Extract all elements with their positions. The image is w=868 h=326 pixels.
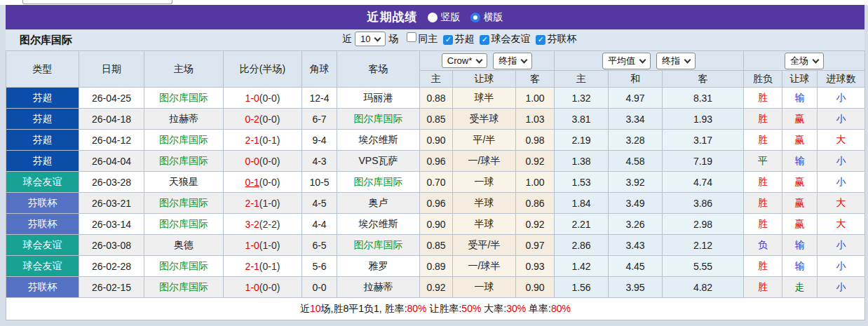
- result-handicap: 赢: [782, 193, 818, 214]
- fulltime-score-link[interactable]: 0-2: [245, 114, 259, 125]
- fulltime-score-link[interactable]: 2-1: [245, 261, 259, 272]
- type-badge-cell: 芬联杯: [6, 193, 79, 214]
- result-goals: 小: [818, 172, 865, 193]
- date-cell: 26-04-25: [79, 88, 144, 109]
- crow-away-odds: 0.92: [516, 214, 555, 235]
- avg-odds-group-header: 平均值 终指: [555, 51, 744, 71]
- type-badge-cell: 芬超: [6, 109, 79, 130]
- recent-count-select[interactable]: 10: [355, 32, 386, 46]
- summary-segment: 80%: [407, 303, 427, 314]
- away-team-cell: 埃尔维斯: [337, 214, 420, 235]
- radio-horizontal-icon[interactable]: [470, 13, 480, 22]
- checkbox-芬超[interactable]: [443, 35, 453, 45]
- crow-handicap: 半球: [453, 214, 516, 235]
- crow-away-col-header: 客: [516, 71, 555, 88]
- corners-cell: 10-5: [302, 172, 337, 193]
- avg-away-odds: 8.31: [663, 88, 744, 109]
- date-cell: 26-04-18: [79, 109, 144, 130]
- result-winloss: 胜: [744, 88, 782, 109]
- crow-away-odds: 1.00: [516, 172, 555, 193]
- checkbox-label-球会友谊[interactable]: 球会友谊: [491, 33, 530, 44]
- crow-home-odds: 0.85: [420, 109, 453, 130]
- avg-draw-col-header: 和: [609, 71, 663, 88]
- avg-odds-stage-select[interactable]: 终指: [656, 53, 696, 69]
- fulltime-score-link[interactable]: 1-0: [245, 240, 259, 251]
- avg-away-odds: 2.12: [663, 235, 744, 256]
- recent-suffix-label: 场: [388, 33, 398, 46]
- result-handicap-col-header: 让球: [782, 71, 818, 88]
- halftime-score: (0-1): [259, 135, 280, 146]
- fulltime-score-link[interactable]: 0-1: [245, 177, 259, 188]
- top-strip: [0, 0, 868, 5]
- checkbox-同主[interactable]: [407, 32, 416, 42]
- avg-odds-select[interactable]: 平均值: [602, 53, 651, 69]
- avg-draw-odds: 4.58: [609, 151, 663, 172]
- result-winloss: 胜: [744, 214, 782, 235]
- match-row: 球会友谊26-03-08奥德1-0(1-0)6-5图尔库国际0.85受平/半0.…: [6, 235, 865, 256]
- col-header-home: 主场: [144, 51, 224, 88]
- bookmaker-select[interactable]: Crow*: [442, 53, 487, 68]
- layout-horizontal-label[interactable]: 横版: [484, 11, 503, 24]
- checkbox-label-同主[interactable]: 同主: [418, 33, 438, 44]
- crow-away-odds: 0.90: [516, 277, 555, 298]
- layout-vertical-label[interactable]: 竖版: [441, 11, 461, 24]
- fulltime-score-link[interactable]: 1-0: [245, 282, 259, 293]
- crow-odds-stage-select[interactable]: 终指: [493, 53, 532, 69]
- corners-cell: 4-4: [302, 214, 337, 235]
- fulltime-score-link[interactable]: 3-2: [245, 219, 259, 230]
- score-cell: 1-0(0-0): [224, 277, 302, 298]
- checkbox-芬联杯[interactable]: [536, 35, 545, 45]
- result-handicap: 输: [782, 235, 818, 256]
- radio-vertical-icon[interactable]: [428, 13, 438, 22]
- crow-home-odds: 0.85: [420, 235, 453, 256]
- avg-home-col-header: 主: [555, 71, 609, 88]
- avg-draw-odds: 4.97: [609, 88, 663, 109]
- fulltime-select[interactable]: 全场: [785, 53, 824, 69]
- filter-bar: 图尔库国际 近 10 场 同主芬超球会友谊芬联杯: [6, 29, 864, 50]
- layout-horizontal-option[interactable]: 横版: [470, 11, 503, 24]
- summary-segment: 场,胜8平1负1, 胜率:: [321, 303, 407, 314]
- away-team-cell: 奥卢: [337, 193, 420, 214]
- score-cell: 1-0(0-0): [224, 88, 302, 109]
- layout-vertical-option[interactable]: 竖版: [428, 11, 461, 24]
- col-header-score: 比分(半场): [224, 51, 302, 88]
- filter-controls: 近 10 场 同主芬超球会友谊芬联杯: [342, 32, 576, 46]
- home-team-cell: 图尔库国际: [144, 151, 224, 172]
- crow-away-odds: 0.92: [516, 151, 555, 172]
- fulltime-select-value: 全场: [790, 55, 808, 67]
- col-header-date: 日期: [79, 51, 144, 88]
- avg-odds-stage-value: 终指: [662, 55, 680, 67]
- fulltime-score-link[interactable]: 2-1: [245, 198, 259, 209]
- avg-draw-odds: 3.34: [609, 109, 663, 130]
- match-row: 芬超26-04-18拉赫蒂0-2(0-0)6-7图尔库国际0.85受半球1.03…: [6, 109, 865, 130]
- panel-title-bar: 近期战绩 竖版 横版: [6, 5, 864, 29]
- halftime-score: (0-0): [259, 156, 280, 167]
- result-group-header: 全场: [744, 51, 865, 71]
- checkbox-球会友谊[interactable]: [480, 35, 489, 45]
- date-cell: 26-03-08: [79, 235, 144, 256]
- avg-home-odds: 2.86: [555, 235, 609, 256]
- fulltime-score-link[interactable]: 2-1: [245, 135, 259, 146]
- summary-segment: 80%: [551, 303, 571, 314]
- checkbox-label-芬联杯[interactable]: 芬联杯: [547, 33, 576, 44]
- avg-draw-odds: 3.49: [609, 193, 663, 214]
- fulltime-score-link[interactable]: 0-0: [245, 156, 259, 167]
- result-goals: 小: [818, 151, 865, 172]
- halftime-score: (0-0): [259, 93, 280, 104]
- avg-away-odds: 4.82: [663, 277, 744, 298]
- crow-handicap: 半球: [453, 193, 516, 214]
- date-cell: 26-03-21: [79, 193, 144, 214]
- avg-draw-odds: 3.43: [609, 235, 663, 256]
- date-cell: 26-02-28: [79, 256, 144, 277]
- crow-home-odds: 0.96: [420, 151, 453, 172]
- checkbox-label-芬超[interactable]: 芬超: [454, 33, 474, 44]
- fulltime-score-link[interactable]: 1-0: [245, 93, 259, 104]
- avg-home-odds: 1.32: [555, 88, 609, 109]
- summary-segment: 30%: [506, 303, 526, 314]
- top-widget-fragment: [22, 0, 172, 4]
- recent-prefix-label: 近: [342, 33, 352, 46]
- result-handicap: 走: [782, 277, 818, 298]
- bookmaker-select-value: Crow*: [447, 55, 472, 66]
- home-team-cell: 图尔库国际: [144, 277, 224, 298]
- crow-handicap: 受平/半: [453, 235, 516, 256]
